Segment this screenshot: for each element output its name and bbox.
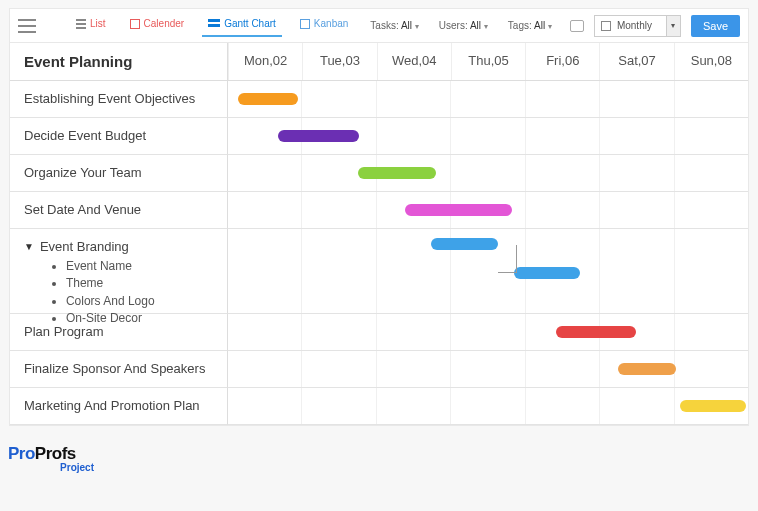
task-name[interactable]: Establishing Event Objectives (10, 81, 227, 116)
gantt-bar[interactable] (358, 167, 436, 179)
task-name-cell: ▼Event BrandingEvent NameThemeColors And… (10, 229, 228, 314)
gantt-cell (228, 229, 748, 314)
tab-calendar[interactable]: Calender (124, 14, 191, 37)
collapse-icon[interactable]: ▼ (24, 241, 34, 252)
filter-value: All (470, 20, 481, 31)
logo: ProProfs Project (0, 426, 758, 493)
gantt-cell (228, 388, 748, 425)
task-row: Decide Event Budget (10, 118, 748, 155)
gantt-icon (208, 19, 220, 29)
tab-label: Calender (144, 18, 185, 29)
view-tabs: List Calender Gantt Chart Kanban (70, 14, 354, 37)
gantt-rows: Establishing Event ObjectivesDecide Even… (10, 81, 748, 425)
filter-label: Users: (439, 20, 468, 31)
day-header: Sun,08 (674, 43, 748, 80)
task-name[interactable]: Marketing And Promotion Plan (10, 388, 227, 423)
gantt-bar[interactable] (405, 204, 512, 216)
logo-part2: Profs (35, 444, 76, 463)
day-header: Fri,06 (525, 43, 599, 80)
gantt-cell (228, 155, 748, 192)
subtask-item[interactable]: Event Name (66, 258, 155, 275)
tab-kanban[interactable]: Kanban (294, 14, 354, 37)
task-name-cell: Marketing And Promotion Plan (10, 388, 228, 425)
chevron-down-icon: ▾ (415, 22, 419, 31)
filter-users[interactable]: Users: All ▾ (431, 20, 496, 31)
task-name[interactable]: Plan Program (10, 314, 227, 349)
menu-icon[interactable] (18, 19, 36, 33)
tab-label: Kanban (314, 18, 348, 29)
task-name[interactable]: Finalize Sponsor And Speakers (10, 351, 227, 386)
day-header: Mon,02 (228, 43, 302, 80)
day-header: Tue,03 (302, 43, 376, 80)
tab-list[interactable]: List (70, 14, 112, 37)
range-select[interactable]: Monthly ▾ (594, 15, 681, 37)
calendar-icon (130, 19, 140, 29)
task-row: Organize Your Team (10, 155, 748, 192)
filter-label: Tasks: (370, 20, 398, 31)
day-headers: Mon,02Tue,03Wed,04Thu,05Fri,06Sat,07Sun,… (228, 43, 748, 80)
chevron-down-icon: ▾ (484, 22, 488, 31)
filter-value: All (534, 20, 545, 31)
subtask-item[interactable]: Theme (66, 275, 155, 292)
task-name[interactable]: Organize Your Team (10, 155, 227, 190)
task-name-cell: Establishing Event Objectives (10, 81, 228, 118)
gantt-bar[interactable] (514, 267, 580, 279)
gantt-cell (228, 351, 748, 388)
chevron-down-icon: ▾ (666, 16, 680, 36)
range-value: Monthly (617, 20, 652, 31)
day-header: Sat,07 (599, 43, 673, 80)
calendar-icon (601, 21, 611, 31)
task-name[interactable]: Set Date And Venue (10, 192, 227, 227)
project-title: Event Planning (10, 43, 228, 80)
task-name[interactable]: Event Branding (40, 239, 155, 254)
list-icon (76, 19, 86, 29)
task-row: Finalize Sponsor And Speakers (10, 351, 748, 388)
toolbar: List Calender Gantt Chart Kanban Tasks: … (10, 9, 748, 43)
task-name[interactable]: Decide Event Budget (10, 118, 227, 153)
gantt-bar[interactable] (556, 326, 636, 338)
chevron-down-icon: ▾ (548, 22, 552, 31)
gantt-bar[interactable] (618, 363, 676, 375)
filter-tasks[interactable]: Tasks: All ▾ (362, 20, 426, 31)
task-row: Set Date And Venue (10, 192, 748, 229)
day-header: Wed,04 (377, 43, 451, 80)
gantt-cell (228, 81, 748, 118)
logo-part1: Pro (8, 444, 35, 463)
task-row: Marketing And Promotion Plan (10, 388, 748, 425)
save-button[interactable]: Save (691, 15, 740, 37)
subtask-item[interactable]: Colors And Logo (66, 293, 155, 310)
gantt-bar[interactable] (238, 93, 297, 105)
gantt-bar[interactable] (278, 130, 359, 142)
day-header: Thu,05 (451, 43, 525, 80)
filter-tags[interactable]: Tags: All ▾ (500, 20, 560, 31)
gantt-cell (228, 314, 748, 351)
gantt-cell (228, 192, 748, 229)
app-window: List Calender Gantt Chart Kanban Tasks: … (9, 8, 749, 426)
tab-gantt-chart[interactable]: Gantt Chart (202, 14, 282, 37)
tab-label: List (90, 18, 106, 29)
header-row: Event Planning Mon,02Tue,03Wed,04Thu,05F… (10, 43, 748, 81)
task-name-cell: Organize Your Team (10, 155, 228, 192)
task-name-cell: Finalize Sponsor And Speakers (10, 351, 228, 388)
filter-label: Tags: (508, 20, 532, 31)
gantt-cell (228, 118, 748, 155)
print-icon[interactable] (570, 20, 584, 32)
task-row: ▼Event BrandingEvent NameThemeColors And… (10, 229, 748, 314)
task-row: Plan Program (10, 314, 748, 351)
dependency-connector (498, 245, 516, 273)
task-name-cell: Set Date And Venue (10, 192, 228, 229)
gantt-bar[interactable] (431, 238, 499, 250)
task-row: Establishing Event Objectives (10, 81, 748, 118)
filter-value: All (401, 20, 412, 31)
tab-label: Gantt Chart (224, 18, 276, 29)
task-name-cell: Plan Program (10, 314, 228, 351)
task-name-cell: Decide Event Budget (10, 118, 228, 155)
kanban-icon (300, 19, 310, 29)
gantt-bar[interactable] (680, 400, 746, 412)
